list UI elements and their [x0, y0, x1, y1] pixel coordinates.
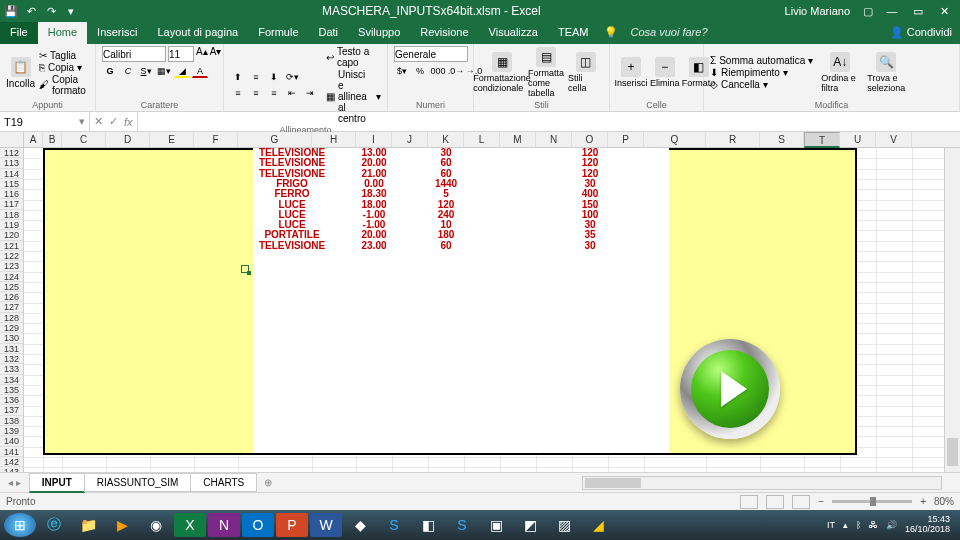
tray-lang[interactable]: IT	[827, 520, 835, 530]
tab-visualizza[interactable]: Visualizza	[479, 22, 548, 44]
row-header-116[interactable]: 116	[0, 189, 24, 199]
col-header-G[interactable]: G	[238, 132, 312, 147]
number-format-select[interactable]	[394, 46, 468, 62]
wrap-text-button[interactable]: ↩ Testo a capo	[326, 46, 381, 68]
cancella-button[interactable]: ◇ Cancella ▾	[710, 79, 813, 90]
row-header-123[interactable]: 123	[0, 261, 24, 271]
currency-icon[interactable]: $▾	[394, 64, 410, 78]
user-name[interactable]: Livio Mariano	[785, 5, 850, 17]
size-select[interactable]	[168, 46, 194, 62]
tab-inserisci[interactable]: Inserisci	[87, 22, 147, 44]
row-header-143[interactable]: 143	[0, 467, 24, 472]
cell-I116[interactable]: 18.30	[356, 189, 392, 199]
row-header-126[interactable]: 126	[0, 292, 24, 302]
cell-O121[interactable]: 30	[572, 241, 608, 251]
zoom-out-button[interactable]: −	[818, 496, 824, 507]
tab-layout[interactable]: Layout di pagina	[147, 22, 248, 44]
tray-clock[interactable]: 15:4316/10/2018	[905, 515, 950, 535]
tab-sviluppo[interactable]: Sviluppo	[348, 22, 410, 44]
col-header-I[interactable]: I	[356, 132, 392, 147]
taglia-button[interactable]: ✂ Taglia	[39, 50, 89, 61]
row-header-129[interactable]: 129	[0, 323, 24, 333]
row-header-120[interactable]: 120	[0, 230, 24, 240]
somma-button[interactable]: Σ Somma automatica ▾	[710, 55, 813, 66]
tell-me-input[interactable]: Cosa vuoi fare?	[624, 22, 713, 44]
view-break-button[interactable]	[792, 495, 810, 509]
indent-dec-icon[interactable]: ⇤	[284, 86, 300, 100]
row-header-133[interactable]: 133	[0, 364, 24, 374]
row-header-125[interactable]: 125	[0, 282, 24, 292]
tray-vol-icon[interactable]: 🔊	[886, 520, 897, 530]
row-header-122[interactable]: 122	[0, 251, 24, 261]
cond-format-button[interactable]: ▦Formattazione condizionale	[480, 52, 524, 93]
row-header-114[interactable]: 114	[0, 169, 24, 179]
cell-O116[interactable]: 400	[572, 189, 608, 199]
col-header-D[interactable]: D	[106, 132, 150, 147]
tray-up-icon[interactable]: ▴	[843, 520, 848, 530]
col-header-V[interactable]: V	[876, 132, 912, 147]
cell-styles-button[interactable]: ◫Stili cella	[568, 52, 603, 93]
font-select[interactable]	[102, 46, 166, 62]
row-header-119[interactable]: 119	[0, 220, 24, 230]
taskbar-onenote-icon[interactable]: N	[208, 513, 240, 537]
taskbar-powerpoint-icon[interactable]: P	[276, 513, 308, 537]
incolla-button[interactable]: 📋Incolla	[6, 57, 35, 89]
col-header-C[interactable]: C	[62, 132, 106, 147]
col-header-B[interactable]: B	[43, 132, 62, 147]
row-header-113[interactable]: 113	[0, 158, 24, 168]
col-header-R[interactable]: R	[706, 132, 760, 147]
maximize-button[interactable]: ▭	[906, 2, 930, 20]
col-header-A[interactable]: A	[24, 132, 43, 147]
minimize-button[interactable]: —	[880, 2, 904, 20]
row-header-142[interactable]: 142	[0, 457, 24, 467]
align-left-icon[interactable]: ≡	[230, 86, 246, 100]
inserisci-button[interactable]: +Inserisci	[616, 57, 646, 88]
fill-color-button[interactable]: ◢	[174, 64, 190, 78]
taskbar-skype1-icon[interactable]: S	[378, 513, 410, 537]
start-button[interactable]: ⊞	[4, 513, 36, 537]
row-header-135[interactable]: 135	[0, 385, 24, 395]
horizontal-scrollbar[interactable]	[582, 476, 942, 490]
row-header-117[interactable]: 117	[0, 199, 24, 209]
name-box[interactable]: T19▾	[0, 112, 90, 131]
sheet-tab-charts[interactable]: CHARTS	[190, 473, 257, 492]
row-header-131[interactable]: 131	[0, 344, 24, 354]
align-center-icon[interactable]: ≡	[248, 86, 264, 100]
grow-font-icon[interactable]: A▴	[196, 46, 208, 62]
row-header-118[interactable]: 118	[0, 210, 24, 220]
cell-K121[interactable]: 60	[428, 241, 464, 251]
col-header-M[interactable]: M	[500, 132, 536, 147]
close-button[interactable]: ✕	[932, 2, 956, 20]
col-header-S[interactable]: S	[760, 132, 804, 147]
riempi-button[interactable]: ⬇ Riempimento ▾	[710, 67, 813, 78]
select-all-corner[interactable]	[0, 132, 24, 147]
col-header-O[interactable]: O	[572, 132, 608, 147]
name-box-dropdown-icon[interactable]: ▾	[79, 115, 85, 128]
shrink-font-icon[interactable]: A▾	[210, 46, 222, 62]
taskbar-app6-icon[interactable]: ◢	[582, 513, 614, 537]
percent-icon[interactable]: %	[412, 64, 428, 78]
fx-icon[interactable]: fx	[124, 116, 133, 128]
taskbar-media-icon[interactable]: ▶	[106, 513, 138, 537]
taskbar-app4-icon[interactable]: ◩	[514, 513, 546, 537]
col-header-K[interactable]: K	[428, 132, 464, 147]
add-sheet-button[interactable]: ⊕	[256, 477, 280, 488]
redo-icon[interactable]: ↷	[44, 4, 58, 18]
row-header-134[interactable]: 134	[0, 375, 24, 385]
tab-file[interactable]: File	[0, 22, 38, 44]
trova-button[interactable]: 🔍Trova e seleziona	[867, 52, 905, 93]
align-bottom-icon[interactable]: ⬇	[266, 70, 282, 84]
cell-K116[interactable]: 5	[428, 189, 464, 199]
row-header-140[interactable]: 140	[0, 436, 24, 446]
row-header-132[interactable]: 132	[0, 354, 24, 364]
sheet-nav[interactable]: ◂ ▸	[0, 477, 29, 488]
row-header-130[interactable]: 130	[0, 333, 24, 343]
row-header-138[interactable]: 138	[0, 416, 24, 426]
save-icon[interactable]: 💾	[4, 4, 18, 18]
view-layout-button[interactable]	[766, 495, 784, 509]
col-header-Q[interactable]: Q	[644, 132, 706, 147]
tab-team[interactable]: TEAM	[548, 22, 599, 44]
taskbar-explorer-icon[interactable]: 📁	[72, 513, 104, 537]
tab-dati[interactable]: Dati	[309, 22, 349, 44]
vscroll-thumb[interactable]	[947, 438, 958, 466]
